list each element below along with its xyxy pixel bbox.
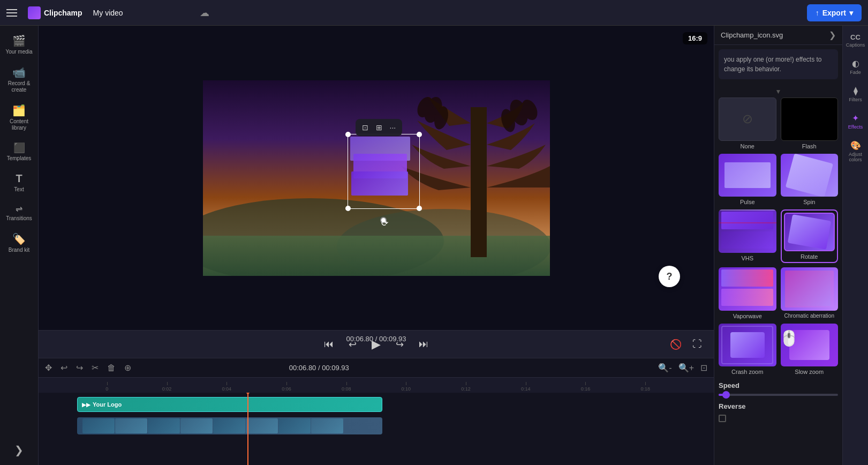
reverse-checkbox[interactable] <box>719 415 726 422</box>
playback-controls: ⏮ ↩ ▶ ↪ ⏭ 00:06.80 / 00:09.93 🚫 ⛶ <box>39 330 714 358</box>
effect-pulse[interactable]: Pulse <box>719 154 776 206</box>
effect-name-flash: Flash <box>802 143 817 149</box>
fit-button[interactable]: ⊞ <box>374 121 384 134</box>
fit-timeline-button[interactable]: ⊡ <box>698 361 710 375</box>
ruler-marks: 0 0:02 0:04 0:06 0:08 0:10 0:12 0:14 0:1… <box>39 386 714 392</box>
zoom-in-button[interactable]: 🔍+ <box>676 361 696 375</box>
templates-icon: ⬛ <box>13 142 25 154</box>
more-options-button[interactable]: ··· <box>388 121 398 134</box>
track-content-video[interactable] <box>77 416 714 438</box>
timeline-toolbar: ✥ ↩ ↪ ✂ 🗑 ⊕ 00:06.80 / 00:09.93 🔍- 🔍+ ⊡ <box>39 358 714 378</box>
captions-label: Captions <box>846 42 865 48</box>
sidebar-item-content-library[interactable]: 🗂️ Content library <box>2 100 36 136</box>
effect-slow-zoom[interactable]: Slow zoom <box>781 324 839 376</box>
effect-name-pulse: Pulse <box>740 199 755 205</box>
svg-rect-4 <box>471 107 487 257</box>
zoom-out-button[interactable]: 🔍- <box>656 361 674 375</box>
sidebar-item-transitions[interactable]: ⇌ Transitions <box>2 199 36 226</box>
video-title-input[interactable] <box>89 6 191 19</box>
collapse-panel-button[interactable]: ❯ <box>829 30 836 40</box>
adjust-colors-button[interactable]: 🎨 Adjust colors <box>844 137 867 166</box>
playhead[interactable] <box>247 393 248 465</box>
camera-off-button[interactable]: 🚫 <box>667 335 685 354</box>
clip-logo[interactable]: ▶▶ Your Logo <box>77 397 382 412</box>
adjust-colors-label: Adjust colors <box>846 152 865 162</box>
ruler-mark-0: 0 <box>77 386 137 392</box>
timeline: ✥ ↩ ↪ ✂ 🗑 ⊕ 00:06.80 / 00:09.93 🔍- 🔍+ ⊡ … <box>39 358 714 465</box>
ruler-mark-08: 0:08 <box>316 386 376 392</box>
speed-section: Speed <box>719 381 838 396</box>
cut-button[interactable]: ✂ <box>89 361 101 375</box>
track-video <box>39 416 714 438</box>
select-tool-button[interactable]: ✥ <box>43 361 54 375</box>
effects-grid: ⊘ None Flash Pulse <box>719 98 838 375</box>
your-media-icon: 🎬 <box>12 34 26 47</box>
effect-name-slow-zoom: Slow zoom <box>795 369 824 375</box>
speed-handle[interactable] <box>722 391 730 399</box>
crop-button[interactable]: ⊡ <box>360 121 371 134</box>
sidebar-item-templates[interactable]: ⬛ Templates <box>2 138 36 166</box>
skip-forward-button[interactable]: ⏭ <box>416 335 432 353</box>
delete-button[interactable]: 🗑 <box>105 361 118 375</box>
fade-button[interactable]: ◐ Fade <box>844 55 867 78</box>
app-name: Clipchamp <box>44 9 82 17</box>
skip-back-button[interactable]: ⏮ <box>321 335 337 353</box>
effect-name-spin: Spin <box>803 199 815 205</box>
timeline-time: 00:06.80 / 00:09.93 <box>289 364 349 372</box>
undo-button[interactable]: ↩ <box>58 361 70 375</box>
sidebar-item-your-media[interactable]: 🎬 Your media <box>2 30 36 59</box>
add-media-button[interactable]: ⊕ <box>122 361 133 375</box>
fade-icon: ◐ <box>852 58 859 69</box>
preview-area: 16:9 <box>39 26 714 330</box>
effect-thumb-chromatic <box>781 267 839 311</box>
right-panel-title: Clipchamp_icon.svg ❯ <box>714 26 842 45</box>
clip-filename: Clipchamp_icon.svg <box>721 31 783 39</box>
filters-button[interactable]: ⧫ Filters <box>844 82 867 106</box>
ruler-mark-10: 0:10 <box>376 386 436 392</box>
sidebar-label-content-library: Content library <box>4 118 34 131</box>
effect-thumb-pulse <box>719 154 776 197</box>
effects-scroll[interactable]: you apply one (or more!) effects to chan… <box>714 45 842 465</box>
effects-button[interactable]: ✦ Effects <box>844 110 867 133</box>
effect-flash[interactable]: Flash <box>781 98 839 149</box>
export-button[interactable]: ↑ Export ▾ <box>807 4 862 21</box>
effect-thumb-rotate <box>784 213 835 251</box>
reverse-checkbox-row <box>719 415 838 422</box>
help-button[interactable]: ? <box>659 266 680 287</box>
timeline-tracks: ▶▶ Your Logo <box>39 393 714 465</box>
effect-vaporwave[interactable]: Vaporwave <box>719 267 776 319</box>
ruler-mark-18: 0:18 <box>615 386 675 392</box>
export-chevron-icon: ▾ <box>849 9 853 17</box>
app-logo: Clipchamp <box>28 6 82 19</box>
effect-spin[interactable]: Spin <box>781 154 839 206</box>
effect-none[interactable]: ⊘ None <box>719 98 776 149</box>
effect-vhs[interactable]: VHS <box>719 209 776 263</box>
ruler-mark-16: 0:16 <box>556 386 616 392</box>
effect-name-vhs: VHS <box>741 255 753 261</box>
sidebar-item-brand-kit[interactable]: 🏷️ Brand kit <box>2 228 36 258</box>
aspect-ratio-badge: 16:9 <box>683 32 707 44</box>
effect-chromatic[interactable]: Chromatic aberration <box>781 267 839 319</box>
text-icon: T <box>16 172 22 185</box>
clip-video[interactable] <box>77 417 382 434</box>
center-area: 16:9 <box>39 26 714 465</box>
adjust-colors-icon: 🎨 <box>850 140 861 151</box>
effect-rotate[interactable]: Rotate <box>781 209 839 263</box>
clip-logo-label: Your Logo <box>93 401 122 408</box>
effect-crash-zoom[interactable]: Crash zoom <box>719 324 776 376</box>
track-content-logo[interactable]: ▶▶ Your Logo <box>77 395 714 414</box>
sidebar-item-text[interactable]: T Text <box>2 168 36 197</box>
cloud-sync-icon: ☁ <box>200 7 209 19</box>
effect-name-crash-zoom: Crash zoom <box>731 369 763 375</box>
redo-button[interactable]: ↪ <box>74 361 85 375</box>
sidebar-item-record[interactable]: 📹 Record &create <box>2 62 36 98</box>
speed-slider[interactable] <box>719 394 838 396</box>
right-panel: Clipchamp_icon.svg ❯ you apply one (or m… <box>714 26 842 465</box>
sidebar-expand-button[interactable]: ❯ <box>2 439 36 461</box>
menu-button[interactable] <box>6 5 21 20</box>
fullscreen-button[interactable]: ⛶ <box>689 335 705 354</box>
sidebar-label-your-media: Your media <box>5 49 32 55</box>
topbar-right: ↑ Export ▾ <box>807 4 862 21</box>
logo-clip-element[interactable] <box>350 137 417 206</box>
captions-button[interactable]: CC Captions <box>844 30 867 51</box>
